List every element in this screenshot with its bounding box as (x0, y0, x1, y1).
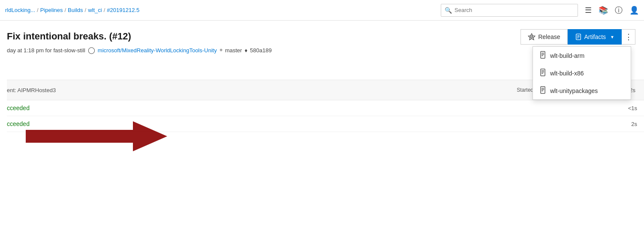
release-label: Release (538, 33, 560, 40)
release-button[interactable]: Release (521, 29, 567, 45)
dropdown-item-arm-label: wlt-build-arm (550, 52, 584, 59)
sep1: / (37, 7, 39, 13)
chevron-down-icon: ▼ (610, 35, 614, 39)
breadcrumb-builds[interactable]: Builds (68, 7, 83, 13)
dropdown-item-x86[interactable]: wlt-build-x86 (533, 64, 631, 82)
svg-rect-5 (541, 51, 545, 58)
repo-link[interactable]: microsoft/MixedReality-WorldLockingTools… (98, 47, 217, 54)
dropdown-item-unity-label: wlt-unitypackages (550, 87, 598, 94)
arrow-svg (26, 119, 167, 153)
main-content: Fix intentional breaks. (#12) day at 1:1… (0, 21, 644, 132)
artifacts-dropdown: wlt-build-arm wlt-build-x86 (533, 46, 631, 100)
svg-marker-17 (26, 121, 167, 151)
user-icon[interactable]: 👤 (629, 6, 639, 15)
status-time-2: 2s (631, 121, 637, 127)
breadcrumb-worldlocking[interactable]: rldLocking... (5, 7, 35, 13)
artifacts-label: Artifacts (584, 33, 606, 40)
breadcrumb-pipelines[interactable]: Pipelines (40, 7, 63, 13)
sep4: / (104, 7, 105, 13)
dropdown-item-arm[interactable]: wlt-build-arm (533, 47, 631, 64)
store-icon[interactable]: 📚 (599, 6, 608, 15)
artifacts-button[interactable]: Artifacts ▼ (568, 29, 622, 45)
svg-point-0 (531, 36, 533, 38)
help-icon[interactable]: ⓘ (615, 5, 623, 15)
artifact-x86-icon (540, 69, 546, 78)
artifact-arm-icon (540, 51, 546, 60)
more-button[interactable]: ⋮ (622, 29, 635, 45)
commit-hash: 580a189 (250, 47, 272, 54)
status-time-1: <1s (628, 105, 637, 111)
search-input[interactable] (454, 7, 574, 13)
dropdown-item-x86-label: wlt-build-x86 (550, 70, 584, 77)
svg-rect-9 (541, 69, 545, 76)
arrow-annotation (26, 119, 167, 155)
svg-rect-13 (541, 87, 545, 93)
search-bar[interactable]: 🔍 (441, 4, 578, 17)
more-icon: ⋮ (625, 32, 632, 42)
sep2: / (64, 7, 66, 13)
toolbar-row: Release Artifacts ▼ ⋮ (521, 29, 635, 45)
branch-name: master (225, 47, 242, 54)
dropdown-item-unity[interactable]: wlt-unitypackages (533, 82, 631, 99)
artifact-unity-icon (540, 86, 546, 95)
sep3: / (85, 7, 87, 13)
top-nav: rldLocking... / Pipelines / Builds / wlt… (0, 0, 644, 21)
breadcrumb-wlt-ci[interactable]: wlt_ci (88, 7, 102, 13)
github-icon: ◯ (88, 46, 95, 54)
meta-time: day at 1:18 pm for fast-slow-still (7, 47, 85, 54)
search-icon: 🔍 (445, 7, 452, 14)
release-icon (528, 33, 536, 41)
commit-sep: ♦ (244, 47, 247, 54)
nav-icons: ☰ 📚 ⓘ 👤 (585, 5, 639, 15)
status-label-1: cceeded (7, 105, 30, 111)
list-icon[interactable]: ☰ (585, 6, 592, 15)
breadcrumb: rldLocking... / Pipelines / Builds / wlt… (5, 7, 139, 13)
status-row-1: cceeded <1s (7, 100, 644, 116)
agent-label: ent: AIPMRHosted3 (7, 87, 56, 93)
artifacts-icon (575, 33, 582, 40)
breadcrumb-build-number[interactable]: #20191212.5 (107, 7, 139, 13)
branch-icon: ⌖ (220, 47, 223, 54)
